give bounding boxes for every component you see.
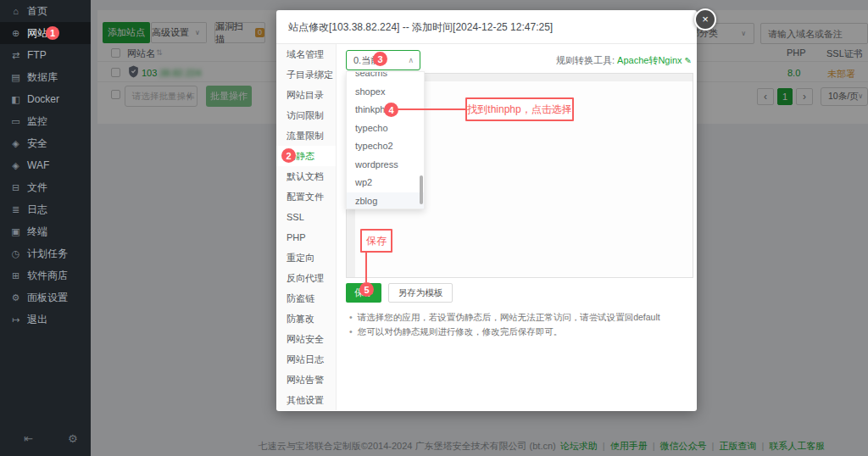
sidebar-item-label: 网站 bbox=[27, 26, 47, 41]
log-icon: ≣ bbox=[10, 204, 21, 215]
annotation-line bbox=[365, 253, 367, 282]
schedule-icon: ◷ bbox=[10, 248, 21, 259]
annotation-tip-save: 保存 bbox=[360, 229, 392, 253]
logout-icon: ↦ bbox=[10, 314, 21, 325]
menu-traffic-limit[interactable]: 流量限制 bbox=[276, 125, 336, 146]
sidebar-item-security[interactable]: ◈安全 bbox=[0, 132, 91, 154]
dropdown-option-wp2[interactable]: wp2 bbox=[347, 174, 424, 192]
menu-default-doc[interactable]: 默认文档 bbox=[276, 166, 336, 186]
database-icon: ▤ bbox=[10, 72, 21, 83]
rule-convert-tool: 规则转换工具: Apache转Nginx ✎ bbox=[556, 54, 692, 67]
menu-site-dir[interactable]: 网站目录 bbox=[276, 85, 336, 105]
shield-icon: ◈ bbox=[10, 138, 21, 149]
modal-menu: 域名管理 子目录绑定 网站目录 访问限制 流量限制 伪静态 默认文档 配置文件 … bbox=[276, 44, 337, 410]
sidebar-item-label: 退出 bbox=[27, 313, 47, 327]
sidebar-item-label: 计划任务 bbox=[27, 247, 68, 261]
close-icon: × bbox=[702, 13, 709, 25]
bt-panel-page: ⌂首页 ⊕网站 ⇄FTP ▤数据库 ◧Docker ▭监控 ◈安全 ◈WAF ⊟… bbox=[0, 0, 868, 456]
rewrite-template-dropdown: seacms shopex thinkphp typecho typecho2 … bbox=[346, 71, 425, 209]
sidebar-item-label: 文件 bbox=[27, 181, 47, 195]
sidebar-item-waf[interactable]: ◈WAF bbox=[0, 154, 91, 176]
sidebar-item-label: 监控 bbox=[27, 114, 47, 129]
sidebar: ⌂首页 ⊕网站 ⇄FTP ▤数据库 ◧Docker ▭监控 ◈安全 ◈WAF ⊟… bbox=[0, 0, 91, 456]
annotation-tip-thinkphp: 找到thinphp，点击选择 bbox=[465, 97, 574, 121]
store-icon: ⊞ bbox=[10, 270, 21, 281]
modal-close-button[interactable]: × bbox=[694, 8, 716, 31]
sidebar-item-panel-settings[interactable]: ⚙面板设置 bbox=[0, 286, 91, 309]
pencil-icon: ✎ bbox=[685, 56, 692, 65]
sidebar-item-label: Docker bbox=[27, 93, 59, 105]
folder-icon: ⊟ bbox=[10, 182, 21, 193]
sidebar-item-logs[interactable]: ≣日志 bbox=[0, 198, 91, 220]
sidebar-item-docker[interactable]: ◧Docker bbox=[0, 88, 91, 110]
menu-php[interactable]: PHP bbox=[276, 227, 336, 247]
sidebar-item-cron[interactable]: ◷计划任务 bbox=[0, 242, 91, 264]
globe-icon: ⊕ bbox=[10, 28, 21, 39]
home-icon: ⌂ bbox=[10, 6, 21, 16]
apache-to-nginx-link[interactable]: Apache转Nginx bbox=[617, 55, 682, 65]
menu-access-limit[interactable]: 访问限制 bbox=[276, 105, 336, 125]
sidebar-item-label: 首页 bbox=[27, 4, 47, 19]
gear-icon: ⚙ bbox=[10, 292, 21, 303]
dropdown-option-shopex[interactable]: shopex bbox=[347, 83, 424, 102]
sidebar-item-logout[interactable]: ↦退出 bbox=[0, 309, 91, 331]
menu-redirect[interactable]: 重定向 bbox=[276, 247, 336, 268]
waf-shield-icon: ◈ bbox=[10, 160, 21, 171]
menu-site-security[interactable]: 网站安全 bbox=[276, 329, 336, 349]
bullet-icon: • bbox=[349, 326, 353, 336]
step-badge-5: 5 bbox=[359, 282, 374, 297]
dropdown-option-wordpress[interactable]: wordpress bbox=[347, 156, 424, 175]
note-item: •请选择您的应用，若设置伪静态后，网站无法正常访问，请尝试设置回default bbox=[349, 310, 688, 325]
rule-convert-label: 规则转换工具: bbox=[556, 55, 615, 65]
sidebar-item-home[interactable]: ⌂首页 bbox=[0, 0, 91, 22]
menu-subdir-bind[interactable]: 子目录绑定 bbox=[276, 64, 336, 85]
sidebar-item-ftp[interactable]: ⇄FTP bbox=[0, 44, 91, 66]
dropdown-scrollbar[interactable] bbox=[420, 175, 423, 204]
bullet-icon: • bbox=[349, 312, 353, 322]
dropdown-option-seacms[interactable]: seacms bbox=[347, 71, 424, 83]
modal-title: 站点修改[103.38.82.224] -- 添加时间[2024-12-25 1… bbox=[276, 10, 697, 44]
step-badge-1: 1 bbox=[46, 26, 59, 40]
annotation-line bbox=[397, 108, 465, 110]
sidebar-item-label: 日志 bbox=[27, 203, 47, 217]
menu-reverse-proxy[interactable]: 反向代理 bbox=[276, 268, 336, 288]
terminal-icon: ▣ bbox=[10, 226, 21, 237]
sidebar-item-label: 终端 bbox=[27, 225, 47, 239]
step-badge-3: 3 bbox=[373, 52, 387, 66]
dropdown-option-typecho2[interactable]: typecho2 bbox=[347, 137, 424, 156]
menu-site-alert[interactable]: 网站告警 bbox=[276, 370, 336, 390]
site-settings-modal: 站点修改[103.38.82.224] -- 添加时间[2024-12-25 1… bbox=[276, 10, 697, 411]
note-text: 请选择您的应用，若设置伪静态后，网站无法正常访问，请尝试设置回default bbox=[358, 312, 660, 322]
menu-other-settings[interactable]: 其他设置 bbox=[276, 390, 336, 410]
menu-tamper-proof[interactable]: 防篡改 bbox=[276, 309, 336, 329]
note-text: 您可以对伪静态规则进行修改，修改完后保存即可。 bbox=[358, 326, 563, 336]
sidebar-item-label: 面板设置 bbox=[27, 291, 68, 305]
collapse-sidebar-icon[interactable]: ⇤ bbox=[24, 432, 33, 445]
sidebar-item-appstore[interactable]: ⊞软件商店 bbox=[0, 264, 91, 286]
chevron-up-icon: ∧ bbox=[408, 51, 414, 70]
dropdown-option-typecho[interactable]: typecho bbox=[347, 120, 424, 138]
sidebar-gear-icon[interactable]: ⚙ bbox=[68, 432, 78, 445]
sidebar-item-terminal[interactable]: ▣终端 bbox=[0, 220, 91, 242]
step-badge-2: 2 bbox=[281, 148, 296, 163]
sidebar-footer: ⇤ ⚙ bbox=[0, 431, 91, 456]
sidebar-item-label: FTP bbox=[27, 49, 47, 61]
menu-ssl[interactable]: SSL bbox=[276, 207, 336, 227]
menu-config-file[interactable]: 配置文件 bbox=[276, 186, 336, 207]
menu-domain[interactable]: 域名管理 bbox=[276, 44, 336, 64]
ftp-icon: ⇄ bbox=[10, 50, 21, 61]
sidebar-item-label: 软件商店 bbox=[27, 269, 68, 283]
note-item: •您可以对伪静态规则进行修改，修改完后保存即可。 bbox=[349, 325, 688, 339]
dropdown-option-zblog[interactable]: zblog bbox=[347, 192, 424, 210]
rewrite-notes: •请选择您的应用，若设置伪静态后，网站无法正常访问，请尝试设置回default … bbox=[349, 310, 688, 339]
sidebar-item-monitor[interactable]: ▭监控 bbox=[0, 110, 91, 132]
step-badge-4: 4 bbox=[384, 103, 398, 117]
sidebar-item-files[interactable]: ⊟文件 bbox=[0, 176, 91, 198]
sidebar-item-database[interactable]: ▤数据库 bbox=[0, 66, 91, 88]
menu-site-logs[interactable]: 网站日志 bbox=[276, 349, 336, 370]
sidebar-item-label: 数据库 bbox=[27, 70, 58, 85]
menu-hotlink[interactable]: 防盗链 bbox=[276, 288, 336, 309]
sidebar-item-label: WAF bbox=[27, 159, 49, 171]
docker-icon: ◧ bbox=[10, 94, 21, 105]
save-as-template-button[interactable]: 另存为模板 bbox=[388, 283, 453, 303]
